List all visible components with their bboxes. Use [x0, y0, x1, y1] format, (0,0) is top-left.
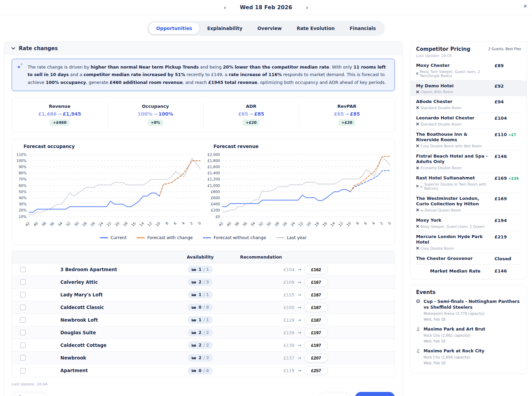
market-median-row: Market Median Rate £146 [416, 264, 521, 276]
row-checkbox[interactable] [20, 292, 26, 297]
rooms-capacity: / 1 [203, 267, 209, 272]
collapse-chevron-down-icon[interactable] [11, 47, 15, 50]
competitor-price: £110+£7 [494, 132, 521, 148]
rooms-capacity: / 3 [203, 280, 209, 284]
tab-financials[interactable]: Financials [342, 23, 383, 34]
arrow-right-icon: → [297, 368, 301, 373]
table-row: Lady Mary's Loft1/ 1£155→£187 [12, 289, 395, 301]
row-checkbox[interactable] [20, 355, 26, 361]
recommended-price-button[interactable]: £187 [304, 290, 328, 299]
svg-text:£600: £600 [211, 196, 220, 200]
competitor-price: £219 [494, 234, 521, 250]
rooms-capacity: / 1 [203, 318, 209, 322]
availability-cell: 2/ 2 [171, 339, 229, 351]
recommended-price-button[interactable]: £167 [304, 278, 328, 287]
current-price: £137 [283, 355, 294, 361]
close-icon[interactable]: ✕ [523, 3, 527, 9]
arrow-right-icon: → [297, 267, 301, 272]
kpi-revpar: RevPAR£65→£85+£20 [299, 102, 395, 127]
svg-text:16: 16 [130, 221, 136, 227]
svg-text:42: 42 [24, 221, 30, 227]
next-day-button[interactable]: › [305, 4, 310, 11]
svg-text:50%: 50% [19, 190, 27, 194]
chart-title: Forecast occupancy [24, 144, 203, 149]
svg-text:£2,000: £2,000 [207, 152, 220, 157]
room-name: Newbrook [60, 355, 86, 361]
meal-plan-icon [416, 122, 419, 126]
row-checkbox[interactable] [20, 342, 26, 348]
room-name: Calverley Attic [60, 280, 98, 285]
event-date: Wed, Feb 18 [424, 339, 485, 344]
kpi-adr: ADR£65→£85+£20 [203, 102, 299, 127]
recommended-price-button[interactable]: £197 [304, 328, 328, 337]
price-value: £146 [494, 154, 507, 159]
recommended-price-button[interactable]: £187 [304, 316, 328, 325]
svg-text:22: 22 [298, 221, 304, 227]
competitor-info: The Boathouse Inn & Riverside RoomsCosy … [416, 132, 492, 148]
competitor-info: The Chester Grosvenor [416, 256, 492, 262]
row-checkbox[interactable] [20, 330, 26, 335]
lock-all-button[interactable]: Lock All [12, 392, 48, 396]
recommended-price-button[interactable]: £197 [304, 341, 328, 350]
competitor-room: Moxy Twin Sleeper, Guest room, 2 Twin/Si… [416, 70, 492, 78]
competitor-room-label: Classic Attic Room [420, 90, 453, 94]
row-checkbox-cell [12, 301, 34, 313]
meal-plan-icon [416, 144, 419, 147]
svg-text:6: 6 [173, 221, 177, 225]
recommended-price-button[interactable]: £187 [304, 303, 328, 312]
recommended-price-button[interactable]: £207 [304, 353, 328, 363]
svg-text:60%: 60% [19, 184, 27, 188]
competitor-info: ABode ChesterStandard Double Room [416, 99, 492, 110]
event-body: Cup - Semi-finals - Nottingham Panthers … [424, 299, 521, 322]
price-value: £169 [494, 176, 507, 181]
kpi-from-value: £1,486 [38, 111, 57, 117]
kpi-from-value: £65 [334, 111, 344, 117]
tab-rate-evolution[interactable]: Rate Evolution [289, 23, 342, 34]
sports-icon [416, 299, 420, 303]
tab-overview[interactable]: Overview [250, 23, 289, 34]
svg-text:2: 2 [379, 221, 384, 225]
tab-explainability[interactable]: Explainability [200, 23, 250, 34]
svg-text:40: 40 [226, 221, 232, 227]
room-name: Douglas Suite [60, 330, 96, 335]
svg-text:30: 30 [266, 221, 272, 227]
competitor-info: Leonardo Hotel ChesterStandard Double Ro… [416, 115, 492, 126]
recommendation-group: £109→£167 [229, 278, 328, 287]
svg-text:2: 2 [189, 221, 193, 225]
event-venue: Rock City (1,604 capacity) [424, 355, 484, 360]
event-title: Cup - Semi-finals - Nottingham Panthers … [424, 299, 521, 310]
svg-text:20%: 20% [19, 208, 27, 212]
recommendation-group: £100→£187 [229, 303, 328, 312]
rooms-booked: 0 [198, 368, 201, 373]
recommended-price-button[interactable]: £257 [304, 366, 328, 375]
bed-icon [191, 331, 196, 335]
recommended-price-button[interactable]: £162 [304, 265, 328, 274]
row-checkbox[interactable] [20, 267, 26, 272]
series-current [222, 190, 350, 207]
row-checkbox[interactable] [20, 368, 26, 373]
forecast-charts: Forecast occupancy110%100%90%80%70%60%50… [12, 138, 395, 245]
availability-cell: 2/ 3 [171, 276, 229, 288]
row-checkbox[interactable] [20, 305, 26, 310]
prev-day-button[interactable]: ‹ [222, 4, 227, 11]
svg-text:28: 28 [274, 221, 280, 227]
svg-text:12: 12 [147, 221, 153, 227]
svg-text:10%: 10% [19, 215, 27, 219]
meal-plan-icon [416, 247, 419, 250]
competitor-last-update: Last Update: 18:05 [416, 54, 521, 58]
footer-actions: Lock All Reset all ✓ Accept all [12, 392, 395, 396]
competitor-name: Fistral Beach Hotel and Spa - Adults Onl… [416, 153, 492, 165]
top-bar: ‹ Wed 18 Feb 2026 › ✕ [0, 0, 532, 15]
table-last-update: Last Update: 18:44 [12, 382, 395, 386]
row-checkbox[interactable] [20, 279, 26, 285]
kpi-from-value: 100% [137, 111, 152, 117]
series-current [29, 193, 160, 212]
tab-opportunities[interactable]: Opportunities [149, 23, 200, 34]
kpi-label: Occupancy [108, 104, 203, 109]
competitor-info: Rast Hotel Sultanahmet☕Superior Double o… [416, 175, 492, 190]
accept-all-button[interactable]: ✓ Accept all [355, 392, 395, 396]
reset-all-button[interactable]: Reset all [319, 392, 350, 396]
competitor-room: Cosy Double Room [416, 246, 492, 250]
row-checkbox[interactable] [20, 317, 26, 323]
room-name: Newbrook Loft [60, 318, 98, 323]
